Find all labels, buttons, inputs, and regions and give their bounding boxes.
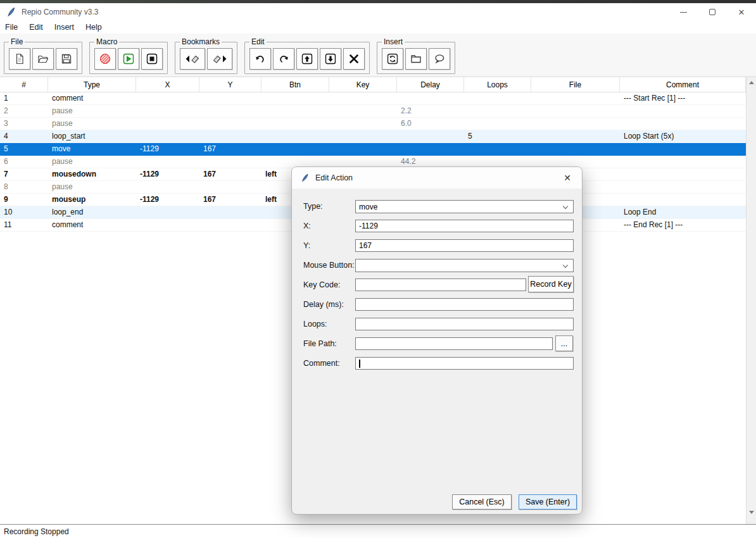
table-cell	[620, 118, 746, 130]
new-file-button[interactable]	[9, 48, 30, 70]
table-cell	[620, 181, 746, 193]
feather-icon	[301, 173, 310, 182]
save-button[interactable]: Save (Enter)	[519, 494, 577, 510]
table-cell	[199, 181, 261, 193]
toolbar-group-macro: Macro	[89, 42, 168, 74]
table-cell	[531, 130, 620, 142]
table-cell: 3	[0, 118, 48, 130]
delete-icon	[348, 53, 360, 65]
stop-button[interactable]	[141, 48, 163, 70]
record-button[interactable]	[94, 48, 116, 70]
table-cell: --- Start Rec [1] ---	[620, 92, 746, 104]
redo-button[interactable]	[273, 48, 294, 70]
loops-field[interactable]	[355, 318, 574, 330]
delete-button[interactable]	[343, 48, 365, 70]
text-cursor	[359, 360, 360, 368]
column-header[interactable]: Type	[48, 77, 136, 92]
table-cell	[531, 92, 620, 104]
browse-file-button[interactable]: ...	[555, 335, 573, 351]
column-header[interactable]: #	[0, 77, 48, 92]
play-icon	[123, 53, 134, 65]
toolbar-group-bookmarks: Bookmarks	[175, 42, 237, 74]
close-button[interactable]: ✕	[727, 3, 756, 21]
menu-edit[interactable]: Edit	[29, 22, 49, 33]
menu-help[interactable]: Help	[85, 22, 108, 33]
close-icon: ✕	[564, 173, 571, 183]
delay-field[interactable]	[355, 298, 574, 311]
bookmark-previous-button[interactable]	[180, 48, 205, 70]
table-cell	[464, 143, 531, 156]
menubar: File Edit Insert Help	[0, 21, 756, 34]
insert-loop-button[interactable]	[382, 48, 403, 70]
menu-insert[interactable]: Insert	[54, 22, 80, 33]
record-key-button[interactable]: Record Key	[528, 276, 574, 292]
file-path-field[interactable]	[355, 337, 553, 350]
table-cell	[620, 194, 746, 206]
column-header[interactable]: Key	[329, 77, 397, 92]
table-cell: 9	[0, 194, 48, 206]
toolbar-group-edit: Edit	[244, 42, 370, 74]
y-field[interactable]: 167	[355, 239, 574, 252]
table-cell	[397, 92, 464, 104]
save-file-button[interactable]	[56, 48, 77, 70]
column-header[interactable]: File	[531, 77, 620, 92]
insert-file-icon	[410, 53, 422, 65]
insert-comment-button[interactable]	[429, 48, 450, 70]
vertical-scrollbar[interactable]	[746, 77, 756, 524]
table-row[interactable]: 5move-1129167	[0, 143, 746, 156]
comment-field[interactable]	[355, 357, 574, 370]
column-header[interactable]: X	[136, 77, 199, 92]
column-header[interactable]: Loops	[464, 77, 531, 92]
table-cell: loop_start	[48, 130, 136, 142]
key-code-field[interactable]	[355, 278, 526, 291]
type-value: move	[359, 203, 377, 211]
scroll-down-icon[interactable]	[749, 511, 754, 514]
delay-label: Delay (ms):	[303, 298, 344, 311]
table-cell	[261, 105, 329, 117]
table-cell	[199, 92, 261, 104]
action-table: #TypeXYBtnKeyDelayLoopsFileComment 1comm…	[0, 77, 756, 524]
table-cell	[329, 130, 397, 142]
table-row[interactable]: 1comment--- Start Rec [1] ---	[0, 92, 746, 105]
move-down-button[interactable]	[320, 48, 341, 70]
column-header[interactable]: Btn	[261, 77, 329, 92]
table-cell: -1129	[136, 143, 199, 156]
chevron-down-icon	[563, 204, 568, 209]
column-header[interactable]: Delay	[397, 77, 464, 92]
bookmark-next-button[interactable]	[207, 48, 232, 70]
column-header[interactable]: Y	[199, 77, 261, 92]
y-label: Y:	[303, 239, 310, 252]
type-combobox[interactable]: move	[355, 200, 574, 213]
scroll-up-icon[interactable]	[749, 81, 754, 84]
undo-button[interactable]	[249, 48, 271, 70]
mouse-button-combobox[interactable]	[355, 259, 574, 272]
table-row[interactable]: 3pause6.0	[0, 118, 746, 130]
move-up-button[interactable]	[296, 48, 318, 70]
table-cell: 167	[199, 194, 261, 206]
minimize-icon	[680, 12, 687, 13]
table-cell	[464, 92, 531, 104]
table-cell	[136, 105, 199, 117]
table-cell: comment	[48, 219, 136, 231]
maximize-button[interactable]	[698, 3, 727, 21]
table-row[interactable]: 2pause2.2	[0, 105, 746, 118]
table-cell: 167	[199, 168, 261, 180]
table-cell	[199, 118, 261, 130]
dialog-close-button[interactable]: ✕	[558, 170, 577, 186]
column-header[interactable]: Comment	[620, 77, 746, 92]
cancel-button[interactable]: Cancel (Esc)	[452, 494, 512, 510]
minimize-button[interactable]	[669, 3, 698, 21]
menu-file[interactable]: File	[5, 22, 24, 33]
table-cell: pause	[48, 105, 136, 117]
x-field[interactable]: -1129	[355, 220, 574, 232]
bookmark-previous-icon	[185, 54, 200, 64]
play-button[interactable]	[118, 48, 139, 70]
table-row[interactable]: 4loop_start5Loop Start (5x)	[0, 130, 746, 143]
toolbar: File Macro	[0, 34, 756, 77]
table-cell	[329, 143, 397, 156]
table-cell: comment	[48, 92, 136, 104]
open-file-button[interactable]	[32, 48, 54, 70]
insert-file-button[interactable]	[405, 48, 427, 70]
group-label-bookmarks: Bookmarks	[180, 37, 222, 46]
titlebar: Repio Community v3.3 ✕	[0, 3, 756, 21]
